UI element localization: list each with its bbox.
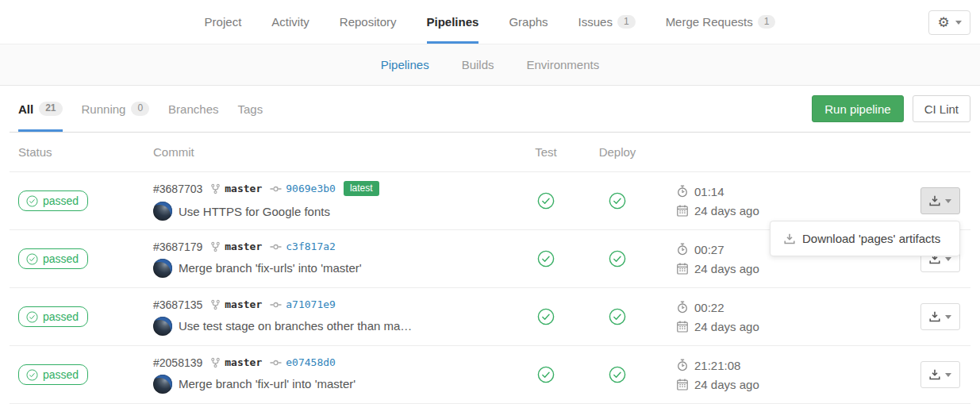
project-settings-dropdown-button[interactable]: ⚙ [928, 10, 970, 35]
artifacts-download-dropdown-button[interactable] [920, 361, 960, 388]
status-label: passed [43, 310, 79, 323]
tab-all[interactable]: All 21 [18, 86, 63, 132]
status-badge-passed[interactable]: passed [18, 190, 88, 211]
nav-item-project[interactable]: Project [205, 0, 242, 44]
test-stage-passed-icon[interactable] [537, 366, 555, 383]
commit-icon [270, 243, 282, 251]
pipelines-table-header: Status Commit Test Deploy [10, 133, 970, 172]
commit-message-link[interactable]: Merge branch 'fix-urls' into 'master' [179, 261, 362, 275]
download-pages-artifacts-item[interactable]: Download 'pages' artifacts [771, 228, 959, 249]
branch-link[interactable]: master [225, 356, 262, 368]
branch-icon [210, 183, 221, 194]
deploy-stage-cell [582, 192, 653, 210]
subnav-label: Builds [462, 58, 494, 71]
branch-link[interactable]: master [225, 298, 262, 310]
nav-item-pipelines[interactable]: Pipelines [427, 0, 479, 44]
commit-sha-link[interactable]: e07458d0 [286, 356, 336, 368]
test-stage-cell [510, 250, 582, 267]
status-cell: passed [10, 306, 153, 327]
chevron-down-icon [945, 373, 951, 377]
deploy-stage-passed-icon[interactable] [609, 366, 626, 383]
pipeline-id-link[interactable]: #2058139 [153, 356, 202, 369]
subnav-item-environments[interactable]: Environments [519, 58, 608, 71]
check-circle-icon [26, 195, 38, 207]
deploy-stage-passed-icon[interactable] [609, 192, 626, 210]
pipeline-finished-ago: 24 days ago [694, 204, 759, 217]
artifacts-dropdown-menu: Download 'pages' artifacts [770, 221, 960, 256]
deploy-stage-passed-icon[interactable] [609, 250, 626, 267]
nav-item-repository[interactable]: Repository [340, 0, 397, 44]
stopwatch-icon [677, 185, 688, 198]
pipeline-id-link[interactable]: #3687179 [153, 240, 202, 253]
author-avatar[interactable] [153, 202, 172, 221]
subnav-item-pipelines[interactable]: Pipelines [373, 58, 437, 71]
nav-label: Merge Requests [666, 15, 753, 29]
pipeline-finished-ago: 24 days ago [694, 262, 759, 275]
ci-lint-button[interactable]: CI Lint [913, 95, 970, 122]
nav-label: Graphs [509, 15, 548, 29]
stopwatch-icon [677, 301, 688, 314]
nav-item-issues[interactable]: Issues 1 [578, 0, 636, 44]
tab-label: Running [82, 102, 126, 116]
commit-icon [270, 359, 282, 367]
tab-tags[interactable]: Tags [237, 86, 263, 132]
pipeline-duration: 00:22 [694, 301, 724, 314]
download-icon [929, 195, 940, 206]
test-stage-passed-icon[interactable] [537, 250, 555, 267]
column-header-deploy: Deploy [582, 145, 653, 159]
nav-item-merge-requests[interactable]: Merge Requests 1 [666, 0, 776, 44]
branch-icon [210, 357, 221, 368]
artifacts-download-dropdown-button[interactable] [920, 303, 960, 330]
tab-running[interactable]: Running 0 [82, 86, 150, 132]
column-header-commit: Commit [153, 145, 510, 159]
commit-sha-link[interactable]: a71071e9 [286, 298, 336, 310]
time-cell: 01:14 24 days ago [653, 185, 804, 217]
branch-link[interactable]: master [225, 183, 262, 194]
status-label: passed [43, 252, 79, 265]
status-cell: passed [10, 364, 153, 385]
author-avatar[interactable] [153, 259, 172, 278]
subnav-item-builds[interactable]: Builds [454, 58, 502, 71]
artifacts-download-dropdown-button[interactable] [920, 187, 960, 214]
project-nav: Project Activity Repository Pipelines Gr… [0, 0, 980, 44]
test-stage-passed-icon[interactable] [537, 308, 555, 325]
status-badge-passed[interactable]: passed [18, 248, 88, 269]
chevron-down-icon [945, 315, 951, 319]
pipeline-finished-ago: 24 days ago [694, 378, 759, 391]
commit-sha-link[interactable]: c3f817a2 [286, 240, 336, 252]
commit-cell: #3687703 master 9069e3b0 latest Use HTTP… [153, 181, 510, 221]
issues-count-badge: 1 [617, 15, 636, 29]
nav-label: Repository [340, 15, 397, 29]
chevron-down-icon [945, 199, 951, 203]
nav-item-activity[interactable]: Activity [271, 0, 309, 44]
status-badge-passed[interactable]: passed [18, 306, 88, 327]
commit-message-link[interactable]: Use test stage on branches other than ma… [179, 319, 412, 333]
commit-message-link[interactable]: Merge branch 'fix-url' into 'master' [179, 377, 355, 391]
deploy-stage-passed-icon[interactable] [609, 308, 626, 325]
run-pipeline-button[interactable]: Run pipeline [812, 95, 903, 122]
author-avatar[interactable] [153, 317, 172, 336]
commit-sha-link[interactable]: 9069e3b0 [286, 183, 336, 194]
pipeline-id-link[interactable]: #3687703 [153, 183, 202, 195]
deploy-stage-cell [582, 366, 653, 383]
stopwatch-icon [677, 359, 688, 371]
pipeline-row: passed #3687135 master a71071e9 Use test… [10, 288, 970, 346]
check-circle-icon [26, 253, 38, 265]
project-nav-items: Project Activity Repository Pipelines Gr… [205, 0, 776, 44]
pipeline-id-link[interactable]: #3687135 [153, 298, 202, 311]
status-badge-passed[interactable]: passed [18, 364, 88, 385]
chevron-down-icon [945, 257, 951, 261]
dropdown-item-label: Download 'pages' artifacts [802, 232, 940, 245]
test-stage-passed-icon[interactable] [537, 192, 555, 210]
commit-message-link[interactable]: Use HTTPS for Google fonts [179, 205, 330, 218]
pipeline-duration: 21:21:08 [694, 359, 740, 372]
tab-branches[interactable]: Branches [168, 86, 218, 132]
branch-link[interactable]: master [225, 240, 262, 252]
nav-item-graphs[interactable]: Graphs [509, 0, 548, 44]
time-cell: 00:22 24 days ago [653, 301, 804, 333]
calendar-icon [677, 379, 688, 391]
actions-cell [804, 346, 970, 403]
author-avatar[interactable] [153, 375, 172, 394]
merge-requests-count-badge: 1 [758, 15, 776, 29]
column-header-status: Status [10, 145, 153, 159]
